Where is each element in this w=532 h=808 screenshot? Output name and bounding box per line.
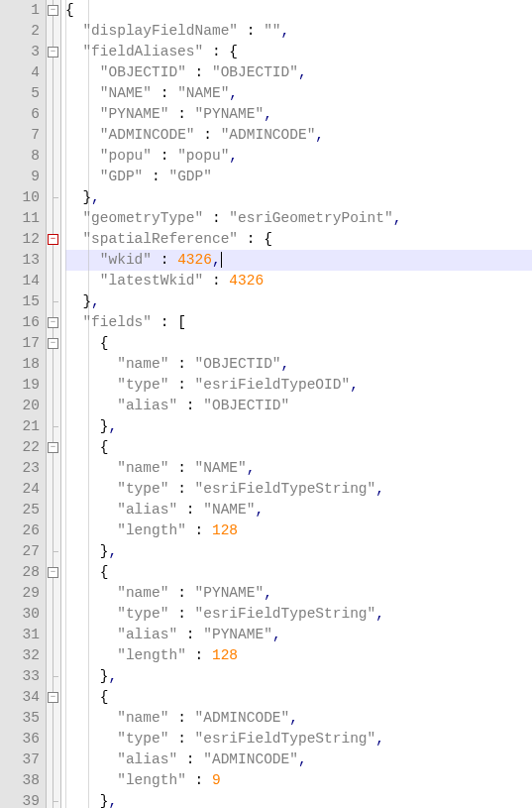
fold-marker	[47, 583, 60, 604]
line-number: 1	[4, 0, 40, 21]
code-line[interactable]: "geometryType" : "esriGeometryPoint",	[65, 208, 532, 229]
line-number: 7	[4, 125, 40, 146]
fold-marker	[47, 625, 60, 645]
code-line[interactable]: "type" : "esriFieldTypeString",	[65, 604, 532, 625]
line-number: 17	[4, 333, 40, 354]
code-line[interactable]: "type" : "esriFieldTypeOID",	[65, 375, 532, 396]
fold-marker	[47, 21, 60, 42]
line-number: 31	[4, 625, 40, 645]
fold-marker	[47, 208, 60, 229]
code-line[interactable]: },	[65, 291, 532, 312]
line-number: 15	[4, 291, 40, 312]
fold-marker	[47, 500, 60, 520]
code-area[interactable]: { "displayFieldName" : "", "fieldAliases…	[61, 0, 532, 808]
code-line[interactable]: },	[65, 541, 532, 562]
code-line[interactable]: "fields" : [	[65, 312, 532, 333]
code-line[interactable]: "spatialReference" : {	[65, 229, 532, 250]
line-number: 25	[4, 500, 40, 520]
fold-marker	[47, 791, 60, 808]
fold-marker	[47, 729, 60, 750]
code-line[interactable]: {	[65, 562, 532, 583]
fold-marker	[47, 167, 60, 187]
code-line[interactable]: },	[65, 666, 532, 687]
code-line[interactable]: "fieldAliases" : {	[65, 42, 532, 62]
fold-marker[interactable]: −	[47, 562, 60, 583]
fold-marker	[47, 125, 60, 146]
code-line[interactable]: {	[65, 333, 532, 354]
code-line[interactable]: "type" : "esriFieldTypeString",	[65, 479, 532, 500]
code-line[interactable]: "name" : "PYNAME",	[65, 583, 532, 604]
fold-marker[interactable]: −	[47, 437, 60, 458]
fold-marker[interactable]: −	[47, 0, 60, 21]
code-line[interactable]: "GDP" : "GDP"	[65, 167, 532, 187]
fold-marker	[47, 62, 60, 83]
line-number: 12	[4, 229, 40, 250]
fold-marker	[47, 104, 60, 125]
fold-marker[interactable]: −	[47, 42, 60, 62]
line-number: 21	[4, 416, 40, 437]
code-line[interactable]: "alias" : "PYNAME",	[65, 625, 532, 645]
fold-marker	[47, 645, 60, 666]
line-number: 11	[4, 208, 40, 229]
code-editor[interactable]: 1234567891011121314151617181920212223242…	[0, 0, 532, 808]
fold-marker	[47, 604, 60, 625]
code-line[interactable]: },	[65, 416, 532, 437]
fold-marker	[47, 83, 60, 104]
line-number: 8	[4, 146, 40, 167]
fold-marker	[47, 146, 60, 167]
code-line[interactable]: "popu" : "popu",	[65, 146, 532, 167]
line-number: 22	[4, 437, 40, 458]
code-line[interactable]: "wkid" : 4326,	[65, 250, 532, 271]
code-line[interactable]: {	[65, 437, 532, 458]
code-line[interactable]: },	[65, 187, 532, 208]
line-number: 4	[4, 62, 40, 83]
fold-marker	[47, 520, 60, 541]
code-line[interactable]: "length" : 128	[65, 645, 532, 666]
fold-marker	[47, 541, 60, 562]
line-number: 36	[4, 729, 40, 750]
fold-gutter[interactable]: −−−−−−−−	[47, 0, 61, 808]
code-line[interactable]: "OBJECTID" : "OBJECTID",	[65, 62, 532, 83]
line-number: 30	[4, 604, 40, 625]
code-line[interactable]: "name" : "ADMINCODE",	[65, 708, 532, 729]
line-number: 24	[4, 479, 40, 500]
code-line[interactable]: "name" : "NAME",	[65, 458, 532, 479]
fold-marker	[47, 187, 60, 208]
code-line[interactable]: "alias" : "OBJECTID"	[65, 396, 532, 416]
code-line[interactable]: "ADMINCODE" : "ADMINCODE",	[65, 125, 532, 146]
code-line[interactable]: {	[65, 687, 532, 708]
fold-marker[interactable]: −	[47, 333, 60, 354]
code-line[interactable]: "length" : 128	[65, 520, 532, 541]
fold-marker	[47, 770, 60, 791]
fold-marker	[47, 375, 60, 396]
code-line[interactable]: "name" : "OBJECTID",	[65, 354, 532, 375]
fold-marker	[47, 416, 60, 437]
code-line[interactable]: "alias" : "NAME",	[65, 500, 532, 520]
fold-marker[interactable]: −	[47, 312, 60, 333]
line-number: 3	[4, 42, 40, 62]
line-number: 16	[4, 312, 40, 333]
code-line[interactable]: "latestWkid" : 4326	[65, 271, 532, 291]
code-line[interactable]: "displayFieldName" : "",	[65, 21, 532, 42]
fold-marker[interactable]: −	[47, 687, 60, 708]
code-line[interactable]: "type" : "esriFieldTypeString",	[65, 729, 532, 750]
fold-marker	[47, 250, 60, 271]
line-number: 19	[4, 375, 40, 396]
line-number: 6	[4, 104, 40, 125]
code-line[interactable]: },	[65, 791, 532, 808]
code-line[interactable]: "alias" : "ADMINCODE",	[65, 750, 532, 770]
code-line[interactable]: {	[65, 0, 532, 21]
line-number: 35	[4, 708, 40, 729]
line-number: 18	[4, 354, 40, 375]
line-number: 32	[4, 645, 40, 666]
code-line[interactable]: "length" : 9	[65, 770, 532, 791]
code-line[interactable]: "PYNAME" : "PYNAME",	[65, 104, 532, 125]
code-line[interactable]: "NAME" : "NAME",	[65, 83, 532, 104]
line-number: 9	[4, 167, 40, 187]
fold-marker	[47, 750, 60, 770]
line-number: 39	[4, 791, 40, 808]
line-number: 14	[4, 271, 40, 291]
line-number: 37	[4, 750, 40, 770]
fold-marker	[47, 458, 60, 479]
fold-marker[interactable]: −	[47, 229, 60, 250]
